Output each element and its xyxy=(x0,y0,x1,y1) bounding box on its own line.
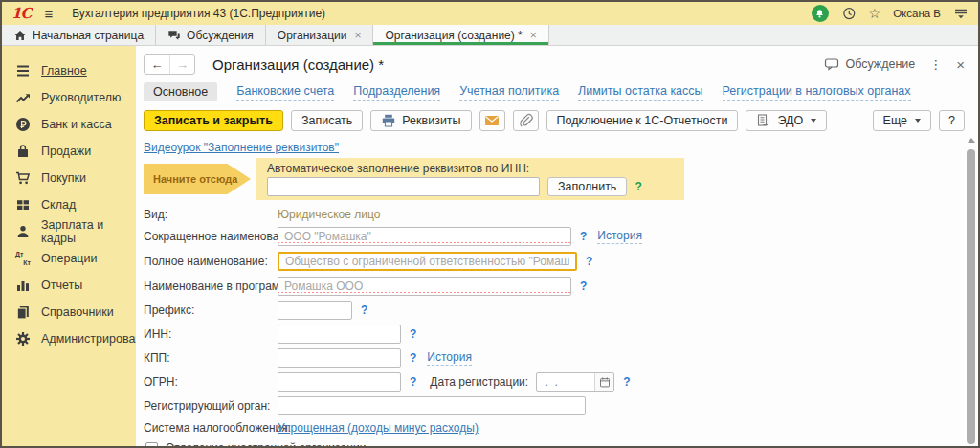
notifications-button[interactable] xyxy=(812,5,829,22)
main-area: Главное Руководителю Банк и касса Продаж… xyxy=(2,46,978,446)
chat-icon xyxy=(167,29,181,42)
back-button[interactable]: ← xyxy=(145,55,169,74)
foreign-branch-label: Отделение иностранной организации xyxy=(166,441,366,448)
prefix-input[interactable] xyxy=(278,301,352,320)
sidebar-item-operations[interactable]: ДтКт Операции xyxy=(2,245,136,272)
reg-date-field xyxy=(536,372,614,392)
sidebar-item-main[interactable]: Главное xyxy=(2,57,136,84)
save-button[interactable]: Записать xyxy=(291,110,363,131)
vertical-scrollbar[interactable] xyxy=(967,138,975,444)
sidebar-item-warehouse[interactable]: Склад xyxy=(2,191,136,218)
help-icon[interactable]: ? xyxy=(410,375,416,389)
prefix-label: Префикс: xyxy=(144,303,278,317)
tax-system-label: Система налогообложения: xyxy=(144,421,278,435)
tax-system-link[interactable]: Упрощенная (доходы минус расходы) xyxy=(278,421,479,435)
favorites-button[interactable]: ☆ xyxy=(869,7,881,20)
history-button[interactable] xyxy=(841,6,857,21)
fill-button[interactable]: Заполнить xyxy=(547,177,627,196)
menu-arrow-icon xyxy=(953,6,969,21)
mail-button[interactable] xyxy=(479,110,505,131)
tab-discussions[interactable]: Обсуждения xyxy=(156,25,266,45)
home-icon xyxy=(13,29,27,42)
books-icon xyxy=(15,304,31,320)
foreign-branch-checkbox[interactable] xyxy=(145,442,158,448)
help-icon[interactable]: ? xyxy=(623,375,630,389)
help-icon[interactable]: ? xyxy=(361,303,368,317)
fill-help-icon[interactable]: ? xyxy=(635,180,641,193)
form-toolbar: Записать и закрыть Записать Реквизиты По… xyxy=(144,109,965,132)
page-header: ← → Организация (создание) * Обсуждение … xyxy=(144,52,965,77)
scroll-up-arrow-icon[interactable] xyxy=(968,138,975,143)
sidebar-item-bank-cash[interactable]: Банк и касса xyxy=(2,111,136,138)
open-tabs-bar: Начальная страница Обсуждения Организаци… xyxy=(2,25,978,46)
settings-menu-button[interactable] xyxy=(953,6,969,21)
sidebar-item-manager[interactable]: Руководителю xyxy=(2,84,136,111)
ogrn-input[interactable] xyxy=(278,372,401,392)
printer-icon xyxy=(381,113,396,128)
main-menu-icon[interactable]: ≡ xyxy=(44,6,53,22)
inn-autofill-input[interactable] xyxy=(267,177,540,196)
short-name-label: Сокращенное наименование: xyxy=(144,230,278,243)
help-icon[interactable]: ? xyxy=(580,280,587,293)
reg-organ-input[interactable] xyxy=(278,396,586,415)
menu-icon xyxy=(15,63,31,78)
sidebar-item-purchases[interactable]: Покупки xyxy=(2,165,136,191)
tab-home[interactable]: Начальная страница xyxy=(2,25,156,45)
help-icon[interactable]: ? xyxy=(580,230,587,243)
attach-button[interactable] xyxy=(513,110,539,131)
close-icon[interactable]: × xyxy=(354,29,361,42)
bell-icon xyxy=(814,9,825,19)
sidebar-item-directories[interactable]: Справочники xyxy=(2,299,136,325)
kpp-history-link[interactable]: История xyxy=(427,350,472,365)
discussion-button[interactable]: Обсуждение xyxy=(824,56,915,72)
save-close-button[interactable]: Записать и закрыть xyxy=(144,110,283,131)
kind-value[interactable]: Юридическое лицо xyxy=(278,208,380,221)
calendar-button[interactable] xyxy=(594,373,613,391)
program-name-input[interactable] xyxy=(278,277,571,296)
more-button[interactable]: Еще xyxy=(873,110,931,131)
tab-organizations[interactable]: Организации × xyxy=(266,25,374,45)
link-cash-limits[interactable]: Лимиты остатка кассы xyxy=(578,83,702,100)
full-name-input[interactable] xyxy=(278,252,577,271)
short-name-input[interactable] xyxy=(278,227,571,246)
sections-sidebar: Главное Руководителю Банк и касса Продаж… xyxy=(2,46,136,446)
form-nav-tabs: Основное Банковские счета Подразделения … xyxy=(144,81,965,102)
inn-autofill-label: Автоматическое заполнение реквизитов по … xyxy=(267,162,673,175)
scrollbar-thumb[interactable] xyxy=(967,149,975,444)
link-tax-registrations[interactable]: Регистрации в налоговых органах xyxy=(723,83,911,100)
discussion-label: Обсуждение xyxy=(845,57,915,71)
sidebar-item-reports[interactable]: Отчеты xyxy=(2,272,136,299)
link-accounting-policy[interactable]: Учетная политика xyxy=(459,83,559,100)
reg-date-input[interactable] xyxy=(537,375,594,389)
video-tutorial-link[interactable]: Видеоурок "Заполнение реквизитов" xyxy=(144,141,339,154)
tab-main[interactable]: Основное xyxy=(144,82,217,101)
user-name[interactable]: Оксана В xyxy=(893,8,941,19)
help-icon[interactable]: ? xyxy=(410,327,416,341)
ogrn-label: ОГРН: xyxy=(144,375,278,389)
sidebar-item-sales[interactable]: Продажи xyxy=(2,138,136,165)
foreign-branch-row: Отделение иностранной организации xyxy=(144,440,965,448)
help-icon[interactable]: ? xyxy=(586,255,592,268)
close-form-icon[interactable]: × xyxy=(956,56,965,73)
kpp-input[interactable] xyxy=(278,348,401,368)
sidebar-item-salary-hr[interactable]: Зарплата и кадры xyxy=(2,218,136,245)
forward-button[interactable]: → xyxy=(169,55,194,74)
short-name-history-link[interactable]: История xyxy=(597,229,642,243)
link-subdivisions[interactable]: Подразделения xyxy=(353,83,440,100)
app-window: 1С ≡ Бухгалтерия предприятия 43 (1С:Пред… xyxy=(0,0,980,448)
sidebar-item-label: Покупки xyxy=(41,171,86,185)
tab-organization-create[interactable]: Организация (создание) * × xyxy=(373,25,548,45)
titlebar-actions: ☆ Оксана В xyxy=(812,5,969,22)
help-button[interactable]: ? xyxy=(939,110,965,131)
edo-button[interactable]: ЭДО xyxy=(746,110,827,131)
requisites-button[interactable]: Реквизиты xyxy=(370,110,471,131)
inn-input[interactable] xyxy=(278,325,401,344)
link-bank-accounts[interactable]: Банковские счета xyxy=(236,83,334,100)
window-title: Бухгалтерия предприятия 43 (1С:Предприят… xyxy=(72,7,325,20)
connect-1c-reporting-button[interactable]: Подключение к 1С-Отчетности xyxy=(546,110,739,131)
close-icon[interactable]: × xyxy=(530,29,537,42)
video-link-row: Видеоурок "Заполнение реквизитов" xyxy=(144,138,965,152)
more-menu-icon[interactable]: ⋮ xyxy=(929,57,942,72)
sidebar-item-administration[interactable]: Администрирование xyxy=(2,325,136,352)
help-icon[interactable]: ? xyxy=(410,351,416,365)
